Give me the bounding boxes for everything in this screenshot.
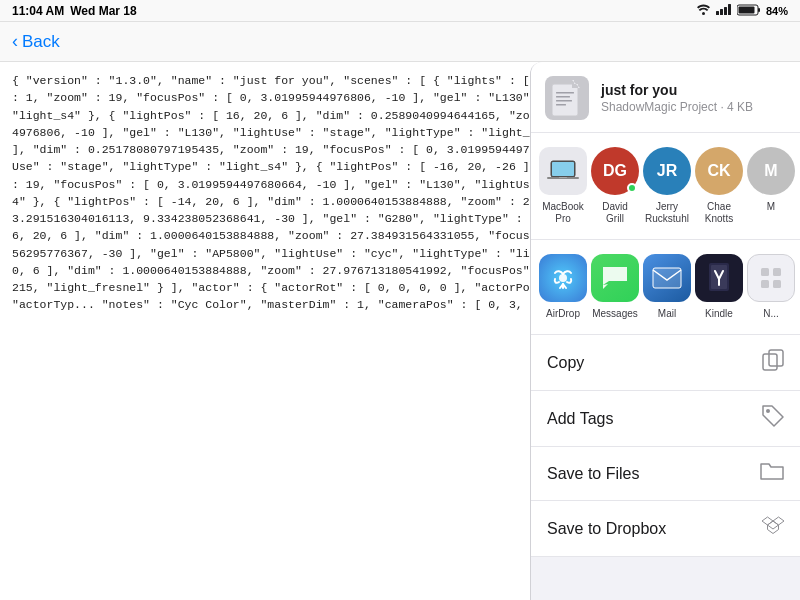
status-left: 11:04 AM Wed Mar 18 xyxy=(12,4,137,18)
signal-icon xyxy=(716,4,732,17)
date: Wed Mar 18 xyxy=(70,4,136,18)
person-item-macbook[interactable]: MacBookPro xyxy=(539,147,587,225)
person-name-chae: ChaeKnotts xyxy=(705,201,733,225)
back-chevron-icon: ‹ xyxy=(12,31,18,52)
actions-list: Copy Add Tags xyxy=(531,335,800,600)
svg-rect-13 xyxy=(556,100,572,102)
app-name-airdrop: AirDrop xyxy=(546,308,580,320)
tag-icon xyxy=(762,405,784,432)
svg-rect-27 xyxy=(773,280,781,288)
app-item-kindle[interactable]: Kindle xyxy=(695,254,743,320)
mail-icon xyxy=(643,254,691,302)
svg-rect-14 xyxy=(556,104,566,106)
app-item-airdrop[interactable]: AirDrop xyxy=(539,254,587,320)
svg-rect-18 xyxy=(559,177,567,178)
person-name-m: M xyxy=(767,201,775,213)
add-tags-label: Add Tags xyxy=(547,410,613,428)
svg-rect-28 xyxy=(769,350,783,366)
battery-icon xyxy=(737,4,761,18)
kindle-icon xyxy=(695,254,743,302)
share-info: just for you ShadowMagic Project · 4 KB xyxy=(601,82,786,114)
person-item-chae[interactable]: CK ChaeKnotts xyxy=(695,147,743,225)
share-overlay: just for you ShadowMagic Project · 4 KB … xyxy=(530,62,800,600)
action-copy[interactable]: Copy xyxy=(531,335,800,391)
main-content: { "version" : "1.3.0", "name" : "just fo… xyxy=(0,62,800,600)
copy-label: Copy xyxy=(547,354,584,372)
save-dropbox-label: Save to Dropbox xyxy=(547,520,666,538)
person-item-jerry[interactable]: JR JerryRuckstuhl xyxy=(643,147,691,225)
person-item-david[interactable]: DG DavidGrill xyxy=(591,147,639,225)
action-save-dropbox[interactable]: Save to Dropbox xyxy=(531,501,800,557)
share-title: just for you xyxy=(601,82,786,98)
save-files-label: Save to Files xyxy=(547,465,639,483)
svg-rect-29 xyxy=(763,354,777,370)
back-button[interactable]: ‹ Back xyxy=(12,32,60,52)
avatar-chae: CK xyxy=(695,147,743,195)
svg-point-0 xyxy=(702,12,705,15)
svg-rect-3 xyxy=(724,7,727,15)
svg-rect-4 xyxy=(728,4,731,15)
app-name-kindle: Kindle xyxy=(705,308,733,320)
people-row: MacBookPro DG DavidGrill JR JerryRuckstu… xyxy=(531,133,800,240)
apps-row: AirDrop Messages xyxy=(531,240,800,335)
folder-icon xyxy=(760,461,784,486)
svg-rect-11 xyxy=(556,92,574,94)
time: 11:04 AM xyxy=(12,4,64,18)
avatar-m: M xyxy=(747,147,795,195)
airdrop-icon xyxy=(539,254,587,302)
svg-point-19 xyxy=(559,274,567,282)
app-name-mail: Mail xyxy=(658,308,676,320)
wifi-icon xyxy=(696,4,711,17)
app-item-mail[interactable]: Mail xyxy=(643,254,691,320)
svg-point-30 xyxy=(766,409,770,413)
svg-rect-24 xyxy=(761,268,769,276)
svg-rect-26 xyxy=(761,280,769,288)
app-item-messages[interactable]: Messages xyxy=(591,254,639,320)
app-name-messages: Messages xyxy=(592,308,638,320)
status-right: 84% xyxy=(696,4,788,18)
svg-rect-6 xyxy=(758,8,760,12)
svg-rect-12 xyxy=(556,96,570,98)
svg-rect-7 xyxy=(738,6,754,13)
app-item-more[interactable]: N... xyxy=(747,254,795,320)
avatar-jerry: JR xyxy=(643,147,691,195)
back-bar: ‹ Back xyxy=(0,22,800,62)
person-name-macbook: MacBookPro xyxy=(542,201,584,225)
svg-rect-1 xyxy=(716,11,719,15)
online-indicator-david xyxy=(627,183,637,193)
person-name-jerry: JerryRuckstuhl xyxy=(645,201,689,225)
avatar-macbook xyxy=(539,147,587,195)
copy-icon xyxy=(762,349,784,376)
app-name-more: N... xyxy=(763,308,779,320)
battery-pct: 84% xyxy=(766,5,788,17)
svg-rect-2 xyxy=(720,9,723,15)
svg-rect-16 xyxy=(552,162,574,176)
status-bar: 11:04 AM Wed Mar 18 84% xyxy=(0,0,800,22)
person-name-david: DavidGrill xyxy=(602,201,628,225)
share-header: just for you ShadowMagic Project · 4 KB xyxy=(531,62,800,133)
messages-icon xyxy=(591,254,639,302)
avatar-david: DG xyxy=(591,147,639,195)
share-subtitle: ShadowMagic Project · 4 KB xyxy=(601,100,786,114)
share-app-icon xyxy=(545,76,589,120)
action-add-tags[interactable]: Add Tags xyxy=(531,391,800,447)
dropbox-icon xyxy=(762,515,784,542)
svg-rect-25 xyxy=(773,268,781,276)
back-label: Back xyxy=(22,32,60,52)
action-save-files[interactable]: Save to Files xyxy=(531,447,800,501)
person-item-m[interactable]: M M xyxy=(747,147,795,213)
svg-rect-20 xyxy=(653,268,681,288)
more-apps-icon xyxy=(747,254,795,302)
